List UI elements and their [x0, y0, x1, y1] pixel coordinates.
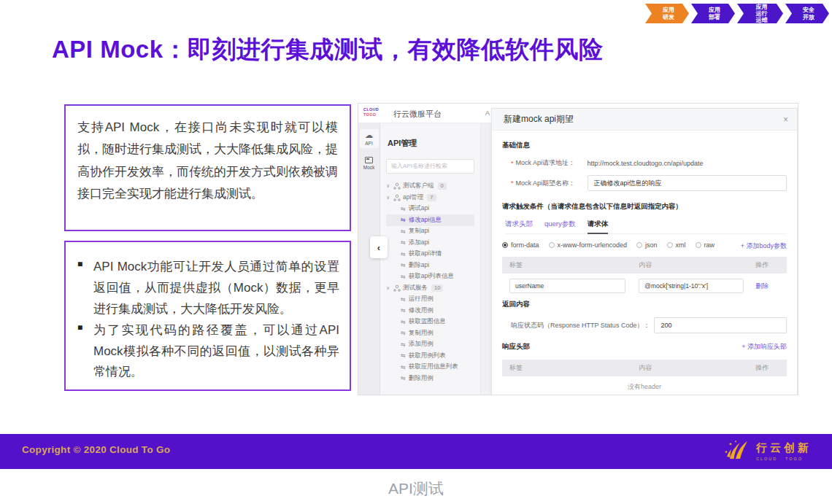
caret-down-icon[interactable]: ∨ [386, 285, 393, 291]
delete-link[interactable]: 删除 [755, 282, 769, 290]
app-screenshot: CLOUD TOGO 行云微服平台 A ☁ API Mock ‹ API管理 [358, 103, 798, 395]
api-method-icon: ⇆ [401, 262, 406, 268]
radio-form-data[interactable]: form-data [502, 241, 539, 249]
slide: 应用研发 应用部署 应用运行运维 安全开放 API Mock：即刻进行集成测试，… [0, 0, 832, 504]
api-method-icon: ⇆ [401, 228, 406, 235]
tree-item[interactable]: ⇆获取用例列表 [386, 350, 474, 362]
rail-item-mock[interactable]: Mock [360, 154, 379, 172]
slide-caption: API测试 [0, 478, 832, 499]
info-box-intro: 支持API Mock，在接口尚未实现时就可以模拟，随时进行集成测试，大大降低集成… [64, 104, 351, 231]
radio-urlencoded[interactable]: x-www-form-urlencoded [549, 241, 628, 249]
sidebar-collapse-button[interactable]: ‹ [370, 236, 388, 258]
tab-query-params[interactable]: query参数 [544, 220, 576, 233]
request-tabs: 请求头部 query参数 请求体 [505, 220, 787, 234]
radio-json[interactable]: json [636, 241, 658, 249]
tree-item[interactable]: ⇆删除用例 [386, 373, 474, 384]
tree-item[interactable]: ⇆修改用例 [386, 305, 474, 317]
section-return-content: 返回内容 [502, 300, 787, 309]
tree-group-test-service[interactable]: ∨ 测试服务 10 [386, 282, 474, 294]
tree-item-label: 获取api详情 [409, 249, 442, 258]
required-star: * [511, 179, 514, 187]
table-row: 删除 [502, 274, 787, 297]
page-title: API Mock：即刻进行集成测试，有效降低软件风险 [52, 34, 604, 66]
tree-item[interactable]: ⇆调试api [386, 203, 474, 215]
radio-xml[interactable]: xml [667, 241, 686, 249]
service-icon [393, 182, 401, 190]
flow-step-line: 应用 [709, 7, 720, 13]
api-method-icon: ⇆ [401, 330, 406, 336]
api-tree: ∨ 测试客户端 0 ∨ api管理 7 ⇆调试api ⇆修改api信息 ⇆复制a… [386, 181, 474, 384]
tree-item-label: 获取应用信息列表 [409, 363, 458, 371]
param-value-cell [636, 279, 752, 293]
tree-group-api-manage[interactable]: ∨ api管理 7 [386, 192, 474, 203]
logo-line: TOGO [363, 112, 379, 117]
table-header-row: 标签 内容 操作 [502, 257, 787, 274]
tree-item[interactable]: ⇆复制用例 [386, 327, 474, 339]
param-key-input[interactable] [509, 279, 625, 293]
section-trigger-condition: 请求触发条件（当请求信息包含以下信息时返回指定内容） [502, 202, 787, 212]
tree-item[interactable]: ⇆添加api [386, 237, 474, 249]
tree-item-label: 运行用例 [409, 295, 434, 303]
tree-item-label: 修改api信息 [409, 216, 442, 225]
flow-step-line: 安全 [803, 7, 814, 13]
tree-item[interactable]: ⇆复制api [386, 226, 474, 238]
platform-title: 行云微服平台 [393, 109, 442, 120]
tree-item-selected[interactable]: ⇆修改api信息 [386, 214, 474, 226]
api-search-input[interactable] [386, 159, 474, 174]
tree-item[interactable]: ⇆运行用例 [386, 294, 474, 306]
caret-down-icon[interactable]: ∨ [386, 183, 393, 189]
caret-down-icon[interactable]: ∨ [386, 195, 393, 201]
flow-step-line: 研发 [663, 14, 674, 20]
tree-item-label: 添加用例 [409, 340, 434, 349]
tree-item[interactable]: ⇆获取api列表信息 [386, 271, 474, 283]
api-sidebar: API管理 ∨ 测试客户端 0 ∨ api管理 7 ⇆调试api ⇆修改api信… [380, 123, 481, 395]
info-box-bullets: API Mock功能可让开发人员通过简单的设置返回值，从而提供虚拟（Mock）数… [64, 241, 351, 391]
flow-step-line: 应用 [756, 4, 768, 10]
response-header-table: 标签 内容 操作 没有header [502, 360, 787, 395]
tree-item-label: 复制api [409, 227, 429, 236]
tree-group-test-client[interactable]: ∨ 测试客户端 0 [386, 181, 474, 193]
add-response-header-link[interactable]: + 添加响应头部 [742, 342, 787, 352]
required-star: * [511, 160, 514, 167]
api-method-icon: ⇆ [401, 364, 406, 371]
param-action-cell: 删除 [752, 282, 787, 291]
brand-name: 行云创新 [756, 441, 812, 455]
tree-item-label: 获取api列表信息 [409, 272, 454, 281]
tree-item[interactable]: ⇆删除api [386, 260, 474, 271]
expectation-name-row: * Mock Api期望名称： [511, 175, 787, 191]
expectation-name-label: Mock Api期望名称： [516, 179, 583, 188]
status-code-label: 响应状态码（Response HTTP Status Code）： [511, 321, 650, 330]
tab-request-body[interactable]: 请求体 [588, 220, 609, 234]
tree-item[interactable]: ⇆获取蓝图信息 [386, 317, 474, 328]
radio-raw[interactable]: raw [696, 241, 715, 249]
col-action: 操作 [752, 260, 787, 270]
tree-group-label: 测试服务 [403, 284, 428, 292]
new-mock-expectation-modal: 新建mock api期望 × 基础信息 * Mock Api请求地址： http… [491, 108, 798, 395]
module-rail: ☁ API Mock [358, 123, 380, 395]
expectation-name-input[interactable] [588, 175, 787, 191]
mock-window-icon [365, 157, 373, 163]
empty-header-message: 没有header [502, 376, 787, 395]
cloudtogo-logo: CLOUD TOGO [363, 107, 379, 117]
rail-item-api[interactable]: ☁ API [360, 129, 379, 148]
status-code-input[interactable] [654, 317, 787, 333]
body-param-table: 标签 内容 操作 删除 [502, 257, 787, 297]
tab-request-header[interactable]: 请求头部 [505, 220, 533, 233]
tree-item[interactable]: ⇆添加用例 [386, 339, 474, 351]
flow-step-line: 部署 [709, 14, 720, 20]
param-value-input[interactable] [639, 279, 743, 293]
modal-body: 基础信息 * Mock Api请求地址： http://mock.test.cl… [492, 131, 797, 395]
tree-item[interactable]: ⇆获取应用信息列表 [386, 362, 474, 373]
tree-item[interactable]: ⇆获取api详情 [386, 249, 474, 260]
flow-step-security: 安全开放 [785, 4, 829, 23]
modal-title: 新建mock api期望 [504, 113, 574, 125]
tree-item-label: 复制用例 [409, 329, 434, 338]
tree-item-label: 获取用例列表 [409, 352, 446, 360]
cloud-icon: ☁ [360, 131, 379, 139]
add-body-param-link[interactable]: + 添加body参数 [741, 241, 787, 251]
close-icon[interactable]: × [783, 115, 788, 125]
flow-step-line: 运维 [756, 17, 768, 23]
count-badge: 0 [438, 182, 447, 190]
radio-icon [636, 242, 642, 248]
cloudtogo-bird-logo [721, 439, 750, 462]
